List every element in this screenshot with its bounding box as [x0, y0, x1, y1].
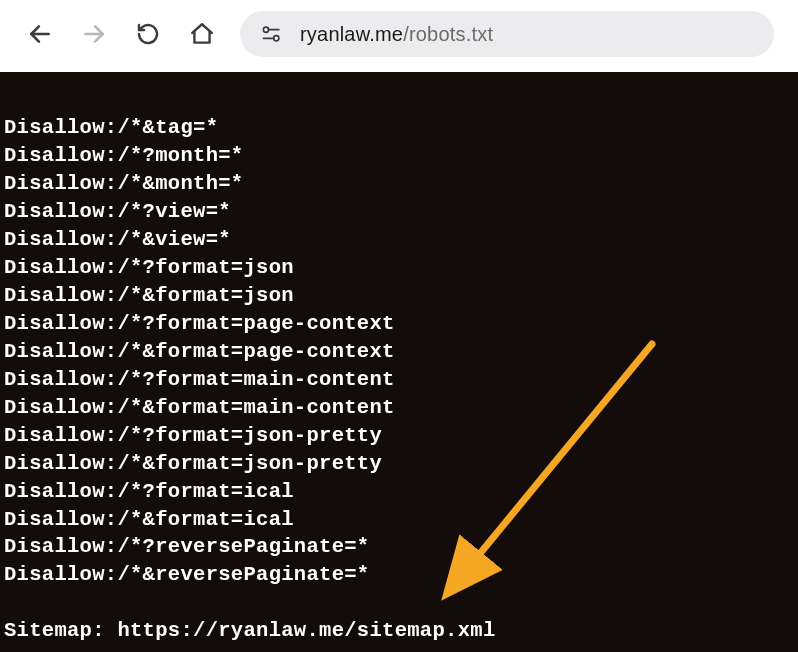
robots-disallow-line: Disallow:/*?reversePaginate=*: [4, 535, 369, 558]
robots-disallow-line: Disallow:/*?format=main-content: [4, 368, 395, 391]
robots-disallow-line: Disallow:/*&month=*: [4, 172, 243, 195]
url-display: ryanlaw.me/robots.txt: [300, 23, 493, 46]
robots-disallow-line: Disallow:/*?view=*: [4, 200, 231, 223]
robots-disallow-line: Disallow:/*&format=page-context: [4, 340, 395, 363]
browser-toolbar: ryanlaw.me/robots.txt: [0, 0, 798, 72]
robots-disallow-line: Disallow:/*&format=json-pretty: [4, 452, 382, 475]
robots-disallow-line: Disallow:/*&reversePaginate=*: [4, 563, 369, 586]
url-host: ryanlaw.me: [300, 23, 403, 45]
home-icon: [189, 21, 215, 47]
site-settings-icon[interactable]: [260, 24, 284, 44]
robots-disallow-line: Disallow:/*?format=ical: [4, 480, 294, 503]
back-button[interactable]: [24, 18, 56, 50]
robots-text: Disallow:/*&tag=* Disallow:/*?month=* Di…: [0, 114, 798, 645]
robots-disallow-line: Disallow:/*&format=json: [4, 284, 294, 307]
robots-line-partial: Disallow:/*&tag=*: [4, 116, 218, 139]
forward-button[interactable]: [78, 18, 110, 50]
robots-disallow-line: Disallow:/*?format=json-pretty: [4, 424, 382, 447]
url-path: /robots.txt: [403, 23, 493, 45]
home-button[interactable]: [186, 18, 218, 50]
robots-disallow-line: Disallow:/*?format=json: [4, 256, 294, 279]
robots-disallow-line: Disallow:/*&format=main-content: [4, 396, 395, 419]
robots-disallow-line: Disallow:/*?month=*: [4, 144, 243, 167]
reload-button[interactable]: [132, 18, 164, 50]
address-bar[interactable]: ryanlaw.me/robots.txt: [240, 11, 774, 57]
robots-disallow-line: Disallow:/*&view=*: [4, 228, 231, 251]
reload-icon: [136, 22, 160, 46]
robots-sitemap-line: Sitemap: https://ryanlaw.me/sitemap.xml: [4, 617, 798, 645]
robots-disallow-line: Disallow:/*&format=ical: [4, 508, 294, 531]
page-content: Disallow:/*&tag=* Disallow:/*?month=* Di…: [0, 72, 798, 652]
arrow-left-icon: [27, 21, 53, 47]
arrow-right-icon: [81, 21, 107, 47]
robots-disallow-line: Disallow:/*?format=page-context: [4, 312, 395, 335]
